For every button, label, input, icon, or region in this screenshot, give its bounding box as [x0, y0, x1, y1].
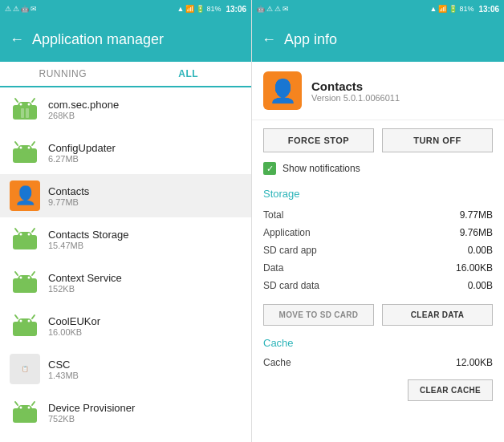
android-app-icon: [10, 137, 40, 168]
svg-rect-32: [13, 282, 16, 289]
left-back-button[interactable]: ←: [10, 31, 24, 48]
cache-section-title: Cache: [252, 332, 504, 352]
svg-line-47: [32, 402, 35, 405]
warning-icon-r2: ⚠: [274, 5, 281, 13]
app-size: 1.43MB: [48, 371, 79, 380]
app-size: 6.27MB: [48, 154, 116, 164]
right-header-title: App info: [284, 31, 337, 48]
right-status-icons: ▲ 📶 🔋 81% 13:06: [177, 5, 246, 14]
right-back-button[interactable]: ←: [262, 31, 276, 48]
app-name: CoolEUKor: [48, 315, 100, 327]
svg-rect-25: [34, 238, 37, 245]
turn-off-button[interactable]: TURN OFF: [382, 128, 493, 152]
storage-value-app: 9.76MB: [460, 227, 493, 238]
svg-rect-19: [18, 232, 32, 240]
table-row: Data 16.00KB: [263, 259, 493, 277]
right-panel: 🤖 ⚠ ⚠ ✉ ▲ 📶 🔋 81% 13:06 ← App info 👤 Con…: [252, 0, 504, 442]
svg-rect-8: [21, 108, 24, 118]
contacts-detail-icon: 👤: [263, 71, 302, 110]
svg-rect-43: [18, 405, 32, 413]
android-app-icon: [10, 310, 40, 341]
tab-running[interactable]: RUNNING: [0, 62, 126, 86]
svg-point-37: [28, 320, 30, 322]
tab-all[interactable]: ALL: [126, 62, 252, 87]
app-name: com.sec.phone: [48, 99, 119, 111]
table-row: SD card data 0.00B: [263, 277, 493, 294]
svg-line-14: [15, 142, 18, 145]
svg-rect-41: [34, 325, 37, 332]
svg-rect-11: [18, 145, 32, 153]
right-status-icons-right: ▲ 📶 🔋 81% 13:06: [429, 5, 499, 14]
android-app-icon: [10, 397, 40, 428]
storage-value-data: 16.00KB: [456, 262, 493, 274]
move-to-sd-button[interactable]: MOVE TO SD CARD: [263, 304, 374, 326]
left-app-header: ← Application manager: [0, 18, 251, 62]
mail-icon: ✉: [30, 5, 37, 13]
svg-line-15: [32, 142, 35, 145]
svg-line-38: [15, 315, 18, 318]
svg-point-3: [28, 103, 30, 106]
svg-point-13: [28, 147, 30, 149]
storage-value-sddata: 0.00B: [468, 280, 493, 291]
svg-point-29: [28, 277, 30, 279]
battery-icon: 🔋: [196, 5, 205, 13]
app-name: Contacts Storage: [48, 229, 128, 241]
warning-icon-2: ⚠: [13, 5, 19, 13]
svg-line-22: [15, 229, 18, 232]
storage-table: Total 9.77MB Application 9.76MB SD card …: [252, 203, 504, 298]
svg-rect-40: [13, 325, 16, 332]
list-item[interactable]: Contacts Storage 15.47MB: [0, 217, 251, 261]
app-info: CSC 1.43MB: [48, 359, 79, 380]
app-info: Context Service 152KB: [48, 272, 122, 294]
app-info: Device Provisioner 752KB: [48, 402, 135, 424]
svg-rect-16: [13, 152, 16, 159]
notification-row: Show notifications: [252, 157, 504, 183]
svg-line-5: [32, 99, 35, 102]
clear-cache-button[interactable]: CLEAR CACHE: [408, 379, 493, 401]
table-row: Cache 12.00KB: [263, 354, 493, 371]
show-notifications-label: Show notifications: [282, 163, 360, 174]
list-item-contacts[interactable]: 👤 Contacts 9.77MB: [0, 174, 251, 217]
signal-icon-r: 📶: [438, 5, 447, 13]
show-notifications-checkbox[interactable]: [263, 162, 276, 175]
app-name: ConfigUpdater: [48, 142, 116, 154]
list-item[interactable]: Context Service 152KB: [0, 261, 251, 304]
app-info: ConfigUpdater 6.27MB: [48, 142, 116, 164]
app-detail-name: Contacts: [311, 79, 400, 93]
right-time: 13:06: [478, 5, 499, 14]
table-row: Application 9.76MB: [263, 224, 493, 241]
app-size: 9.77MB: [48, 197, 89, 207]
storage-value-sdapp: 0.00B: [468, 245, 493, 256]
storage-buttons: MOVE TO SD CARD CLEAR DATA: [252, 298, 504, 332]
cache-table: Cache 12.00KB: [252, 352, 504, 373]
svg-rect-35: [18, 318, 32, 326]
app-size: 15.47MB: [48, 241, 128, 250]
svg-rect-24: [13, 238, 16, 245]
storage-label-sdapp: SD card app: [263, 245, 317, 256]
list-item[interactable]: CoolEUKor 16.00KB: [0, 304, 251, 347]
list-item[interactable]: 📋 CSC 1.43MB: [0, 347, 251, 391]
svg-rect-9: [26, 108, 29, 118]
cache-button-row: CLEAR CACHE: [252, 373, 504, 408]
svg-rect-1: [18, 102, 32, 110]
force-stop-button[interactable]: FORCE STOP: [263, 128, 374, 152]
list-item[interactable]: ConfigUpdater 6.27MB: [0, 131, 251, 174]
svg-rect-7: [34, 108, 37, 116]
app-info-section: 👤 Contacts Version 5.0.1.0066011: [252, 62, 504, 120]
app-info: Contacts Storage 15.47MB: [48, 229, 128, 250]
action-buttons: FORCE STOP TURN OFF: [252, 120, 504, 157]
right-status-bar: 🤖 ⚠ ⚠ ✉ ▲ 📶 🔋 81% 13:06: [252, 0, 504, 18]
android-app-icon: [10, 94, 40, 124]
app-detail-version: Version 5.0.1.0066011: [311, 93, 400, 103]
svg-line-31: [32, 272, 35, 275]
app-info-text: Contacts Version 5.0.1.0066011: [311, 79, 400, 103]
app-size: 752KB: [48, 414, 135, 424]
list-item[interactable]: com.sec.phone 268KB: [0, 87, 251, 131]
svg-rect-27: [18, 275, 32, 283]
csc-icon-text: 📋: [22, 366, 29, 372]
clear-data-button[interactable]: CLEAR DATA: [382, 304, 493, 326]
battery-icon-r: 🔋: [449, 5, 457, 13]
left-time: 13:06: [226, 5, 246, 14]
list-item[interactable]: Device Provisioner 752KB: [0, 391, 251, 434]
mail-icon-r: ✉: [282, 5, 289, 13]
